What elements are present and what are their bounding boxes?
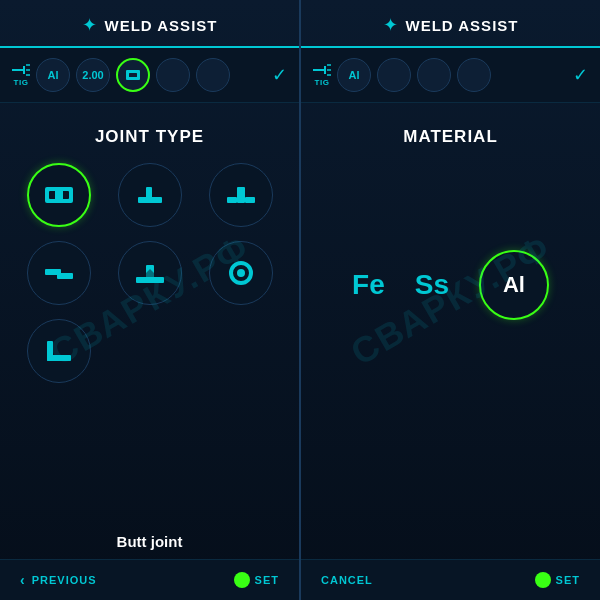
left-header: ✦ WELD ASSIST [0,0,299,48]
al-circle-label: Al [503,272,525,298]
joint-item-double-fillet[interactable] [202,163,279,227]
fillet-joint-icon [132,177,168,213]
joint-item-t-joint[interactable] [111,241,188,305]
svg-point-21 [237,269,245,277]
joint-item-corner[interactable] [20,319,97,383]
material-circle-top-left[interactable]: Al [36,58,70,92]
joint-item-butt[interactable] [20,163,97,227]
left-bottom-bar: ‹ PREVIOUS SET [0,559,299,600]
cancel-button[interactable]: CANCEL [321,574,373,586]
left-set-label: SET [255,574,279,586]
right-empty-circle-1[interactable] [377,58,411,92]
tig-label-right: TIG [315,78,330,87]
left-set-button[interactable]: SET [234,572,279,588]
right-top-bar: TIG Al ✓ [301,48,600,103]
tig-icon-left [12,63,30,77]
joint-item-pipe[interactable] [202,241,279,305]
material-circle-top-right[interactable]: Al [337,58,371,92]
joint-circle-fillet[interactable] [118,163,182,227]
joint-item-lap[interactable] [20,241,97,305]
ss-label: Ss [415,269,449,301]
svg-rect-12 [227,197,237,203]
svg-rect-9 [55,187,63,203]
material-items-container: Fe Ss Al [301,163,600,397]
tig-selector-right[interactable]: TIG [313,63,331,87]
material-label-top-right: Al [349,69,360,81]
right-panel: ✦ WELD ASSIST TIG Al ✓ MATERIAL Fe [300,0,600,600]
joint-circle-pipe[interactable] [209,241,273,305]
empty-circle-2[interactable] [196,58,230,92]
material-item-ss[interactable]: Ss [415,269,449,301]
svg-marker-19 [142,269,158,277]
left-top-bar: TIG Al 2.00 ✓ [0,48,299,103]
joint-type-circle-top[interactable] [116,58,150,92]
butt-joint-icon [41,177,77,213]
svg-rect-11 [146,187,152,203]
right-section-title: MATERIAL [301,103,600,163]
left-section-title: JOINT TYPE [0,103,299,163]
tig-label-left: TIG [14,78,29,87]
lap-joint-icon [41,255,77,291]
tig-icon-right [313,63,331,77]
right-header: ✦ WELD ASSIST [301,0,600,48]
set-circle-icon-right [535,572,551,588]
wire-size-label: 2.00 [82,69,103,81]
material-label-top-left: Al [48,69,59,81]
t-joint-icon [132,255,168,291]
cancel-label: CANCEL [321,574,373,586]
previous-chevron-icon: ‹ [20,572,26,588]
joint-circle-double-fillet[interactable] [209,163,273,227]
joint-circle-corner[interactable] [27,319,91,383]
confirm-check-right[interactable]: ✓ [573,64,588,86]
right-bottom-bar: CANCEL SET [301,559,600,600]
svg-rect-14 [237,187,245,203]
svg-rect-23 [47,341,53,361]
double-fillet-joint-icon [223,177,259,213]
joint-circle-lap[interactable] [27,241,91,305]
joint-grid [0,163,299,383]
joint-circle-t-joint[interactable] [118,241,182,305]
right-set-button[interactable]: SET [535,572,580,588]
right-empty-circle-2[interactable] [417,58,451,92]
joint-circle-butt[interactable] [27,163,91,227]
corner-joint-icon [41,333,77,369]
svg-rect-16 [57,273,73,279]
right-empty-circle-3[interactable] [457,58,491,92]
butt-joint-top-icon [122,64,144,86]
right-set-label: SET [556,574,580,586]
joint-item-fillet[interactable] [111,163,188,227]
set-circle-icon-left [234,572,250,588]
weld-assist-icon-left: ✦ [82,14,97,36]
left-panel: ✦ WELD ASSIST TIG Al 2.00 [0,0,300,600]
pipe-joint-icon [223,255,259,291]
left-header-title: WELD ASSIST [105,17,218,34]
fe-label: Fe [352,269,385,301]
tig-selector-left[interactable]: TIG [12,63,30,87]
material-item-al[interactable]: Al [479,250,549,320]
right-header-title: WELD ASSIST [406,17,519,34]
empty-circle-1[interactable] [156,58,190,92]
confirm-check-left[interactable]: ✓ [272,64,287,86]
al-circle[interactable]: Al [479,250,549,320]
svg-rect-6 [129,73,137,77]
material-item-fe[interactable]: Fe [352,269,385,301]
weld-assist-icon-right: ✦ [383,14,398,36]
svg-rect-13 [245,197,255,203]
previous-label: PREVIOUS [32,574,97,586]
wire-size-circle[interactable]: 2.00 [76,58,110,92]
previous-button[interactable]: ‹ PREVIOUS [20,572,97,588]
